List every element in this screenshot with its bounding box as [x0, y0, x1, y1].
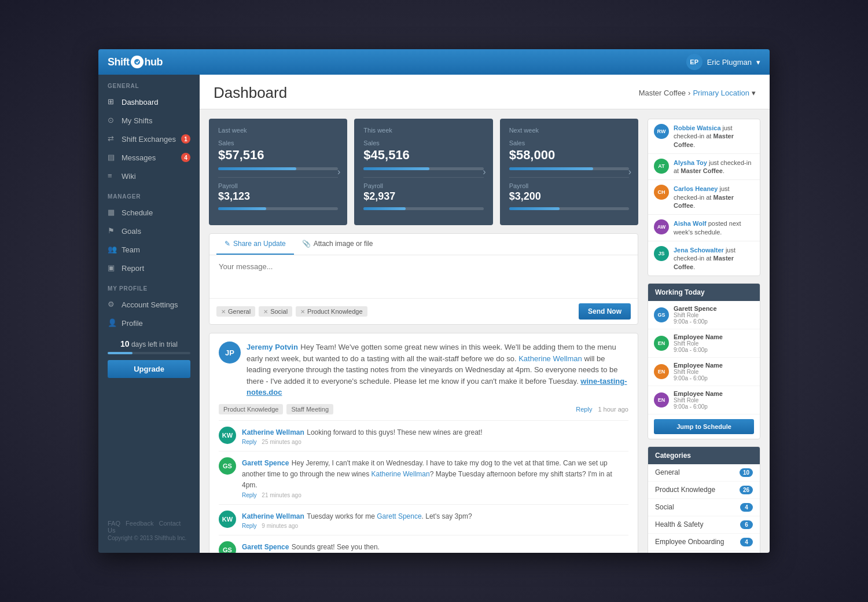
compose-textarea[interactable] [209, 255, 638, 296]
sidebar-item-dashboard[interactable]: ⊞ Dashboard [98, 93, 200, 111]
page-title: Dashboard [214, 84, 287, 102]
tag-x-product-knowledge[interactable]: ✕ [300, 309, 305, 315]
trial-days: 10 [120, 339, 130, 348]
act-avatar-3: AW [654, 219, 669, 234]
compose-footer: ✕ General ✕ Social ✕ Product Knowledge [209, 298, 638, 324]
reply-action-1[interactable]: Reply [242, 492, 257, 498]
sidebar-item-shift-exchanges[interactable]: ⇄ Shift Exchanges 1 [98, 130, 200, 148]
sidebar-item-my-shifts[interactable]: ⊙ My Shifts [98, 111, 200, 130]
logo: Shift hub [108, 56, 163, 68]
calendar-icon: ▦ [108, 208, 117, 217]
content-header: Dashboard Master Coffee › Primary Locati… [200, 75, 770, 109]
footer-feedback[interactable]: Feedback [126, 520, 153, 527]
sidebar-item-messages[interactable]: ▤ Messages 4 [98, 148, 200, 167]
tag-chip-social[interactable]: ✕ Social [259, 306, 292, 317]
stat-sales-bar-1 [363, 167, 483, 170]
act-name-3: Aisha Wolf [674, 220, 707, 227]
chevron-down-icon: ▾ [756, 58, 760, 67]
stat-period-2: Next week [509, 127, 629, 134]
dashboard-icon: ⊞ [108, 97, 117, 107]
working-today-panel: Working Today GS Garett Spence Shift Rol… [648, 283, 760, 439]
report-icon: ▣ [108, 263, 117, 273]
tag-chip-general[interactable]: ✕ General [216, 306, 255, 317]
category-item-2[interactable]: Social 4 [648, 499, 760, 516]
worker-info-1: Employee Name Shift Role 9:00a - 6:00p [674, 333, 754, 353]
stat-divider-0 [218, 177, 338, 178]
sidebar-item-wiki[interactable]: ≡ Wiki [98, 167, 200, 185]
reply-author-3: Garett Spence [242, 543, 289, 551]
arrow-icon-1[interactable]: › [483, 167, 486, 177]
post-file-link-0[interactable]: wine-tasting-notes.doc [247, 377, 627, 397]
stat-sales-bar-fill-0 [218, 167, 296, 170]
arrow-icon-0[interactable]: › [337, 167, 340, 177]
worker-role-0: Shift Role [674, 312, 754, 318]
act-name-4: Jena Schowalter [674, 247, 724, 254]
post-avatar-0: JP [219, 342, 241, 364]
reply-link-name-2[interactable]: Garett Spence [377, 512, 421, 520]
reply-time-0: 25 minutes ago [262, 439, 301, 445]
logo-text-2: hub [145, 56, 163, 68]
sidebar-item-team[interactable]: 👥 Team [98, 240, 200, 259]
goals-icon: ⚑ [108, 226, 117, 236]
sidebar-label-report: Report [122, 264, 144, 273]
reply-text-2: Tuesday works for me Garett Spence. Let'… [307, 512, 472, 520]
sidebar-label-messages: Messages [122, 153, 156, 162]
sidebar-item-goals[interactable]: ⚑ Goals [98, 222, 200, 240]
sidebar-my-profile-label: MY PROFILE [98, 277, 200, 295]
worker-item-2: EN Employee Name Shift Role 9:00a - 6:00… [648, 358, 760, 386]
category-item-4[interactable]: Employee Onboarding 4 [648, 534, 760, 551]
stat-payroll-label-2: Payroll [509, 182, 629, 189]
post-link-0[interactable]: Katherine Wellman [518, 354, 582, 363]
category-item-0[interactable]: General 10 [648, 464, 760, 482]
compose-tab-share[interactable]: ✎ Share an Update [216, 234, 294, 255]
sidebar-footer: FAQ Feedback Contact Us Copyright © 2013… [98, 514, 200, 547]
svg-point-0 [134, 59, 140, 65]
compose-tabs: ✎ Share an Update 📎 Attach image or file [209, 234, 638, 255]
edit-icon: ✎ [225, 240, 230, 248]
category-item-3[interactable]: Health & Safety 6 [648, 516, 760, 534]
team-icon: 👥 [108, 245, 117, 254]
footer-faq[interactable]: FAQ [108, 520, 120, 527]
category-item-5[interactable]: To-Do's 8 [648, 551, 760, 553]
category-name-4: Employee Onboarding [655, 538, 724, 546]
send-button[interactable]: Send Now [579, 303, 631, 320]
trial-bar-fill [108, 352, 133, 354]
stat-payroll-label-1: Payroll [363, 182, 483, 189]
sidebar-item-schedule[interactable]: ▦ Schedule [98, 203, 200, 222]
jump-to-schedule-button[interactable]: Jump to Schedule [654, 419, 754, 434]
working-today-header: Working Today [648, 284, 760, 301]
stats-row: Last week Sales $57,516 Payroll $3,123 [209, 119, 638, 225]
act-avatar-0: RW [654, 124, 669, 139]
tag-chip-product-knowledge[interactable]: ✕ Product Knowledge [296, 306, 367, 317]
tag-x-social[interactable]: ✕ [263, 309, 268, 315]
stat-sales-label-2: Sales [509, 140, 629, 146]
category-item-1[interactable]: Product Knowledge 26 [648, 482, 760, 499]
content-body: Last week Sales $57,516 Payroll $3,123 [200, 109, 770, 553]
sidebar-item-profile[interactable]: 👤 Profile [98, 314, 200, 332]
attach-icon: 📎 [302, 240, 311, 248]
clock-icon: ⊙ [108, 116, 117, 125]
user-menu[interactable]: EP Eric Plugman ▾ [686, 54, 760, 70]
stat-period-1: This week [363, 127, 483, 134]
sidebar-item-report[interactable]: ▣ Report [98, 259, 200, 277]
arrow-icon-2[interactable]: › [628, 167, 631, 177]
location-name: Primary Location [693, 89, 749, 97]
header: Shift hub EP Eric Plugman ▾ [98, 49, 770, 75]
stat-card-this-week: This week Sales $45,516 Payroll $2,937 [354, 119, 492, 225]
reply-time-2: 9 minutes ago [262, 523, 298, 529]
reply-text-1: Hey Jeremy, I can't make it on Wednesday… [242, 459, 612, 489]
worker-avatar-3: EN [654, 392, 669, 408]
location-selector[interactable]: Master Coffee › Primary Location ▾ [639, 89, 756, 97]
reply-action-2[interactable]: Reply [242, 523, 257, 529]
sidebar-item-account-settings[interactable]: ⚙ Account Settings [98, 295, 200, 314]
act-name-0: Robbie Watsica [674, 124, 721, 131]
activity-item-0: RW Robbie Watsica just checked-in at Mas… [648, 119, 760, 154]
reply-link-name-1[interactable]: Katherine Wellman [371, 470, 429, 478]
reply-link-0[interactable]: Reply [576, 406, 592, 413]
compose-tab-attach[interactable]: 📎 Attach image or file [294, 234, 381, 255]
upgrade-button[interactable]: Upgrade [108, 360, 190, 378]
stat-payroll-bar-1 [363, 207, 483, 210]
tag-x-general[interactable]: ✕ [221, 309, 226, 315]
reply-action-0[interactable]: Reply [242, 439, 257, 445]
sidebar-label-goals: Goals [122, 227, 141, 236]
